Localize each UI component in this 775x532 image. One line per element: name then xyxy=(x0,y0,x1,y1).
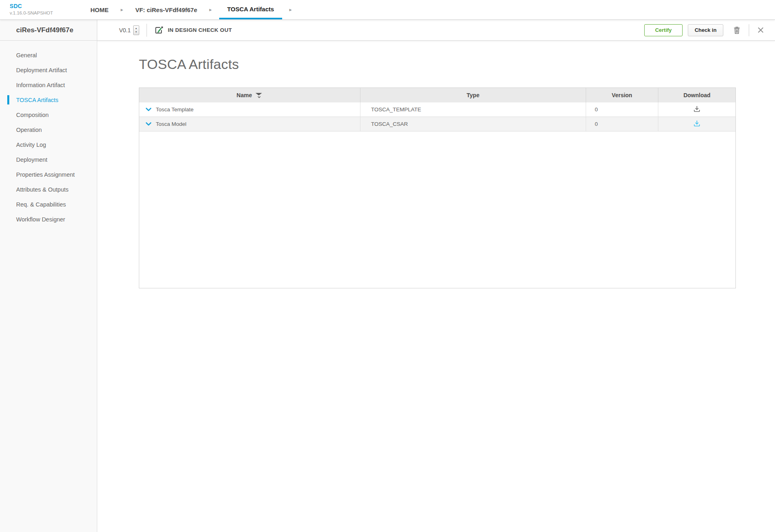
toolbar-divider xyxy=(147,24,147,37)
sidebar-item-label: Composition xyxy=(16,112,49,118)
active-indicator-bar xyxy=(7,95,9,104)
sdc-logo: SDC v.1.16.0-SNAPSHOT xyxy=(10,3,53,16)
table-header-row: Name Type Version Download xyxy=(139,88,735,102)
sidebar-item-tosca-artifacts[interactable]: TOSCA Artifacts xyxy=(0,92,97,107)
artifact-type-cell: TOSCA_TEMPLATE xyxy=(360,102,586,117)
toolbar-divider xyxy=(749,24,749,36)
sidebar-item-deployment[interactable]: Deployment xyxy=(0,152,97,167)
sidebar: ciRes-VFdf49f67e General Deployment Arti… xyxy=(0,20,97,532)
certify-button[interactable]: Certify xyxy=(644,24,683,36)
breadcrumb-arrow-icon: ▶ xyxy=(121,0,123,19)
column-header-type[interactable]: Type xyxy=(360,88,586,102)
artifact-type-cell: TOSCA_CSAR xyxy=(360,117,586,131)
sidebar-item-properties-assignment[interactable]: Properties Assignment xyxy=(0,167,97,182)
column-header-name[interactable]: Name xyxy=(139,88,360,102)
artifact-name-cell: Tosca Template xyxy=(139,102,360,117)
artifact-version-label: 0 xyxy=(595,121,598,127)
version-selector-spinner[interactable]: ▲ ▼ xyxy=(133,25,139,35)
sidebar-item-label: Workflow Designer xyxy=(16,216,65,223)
resource-name-title: ciRes-VFdf49f67e xyxy=(16,26,73,34)
column-header-label: Type xyxy=(467,92,480,98)
lifecycle-status-label: IN DESIGN CHECK OUT xyxy=(168,27,232,33)
sidebar-item-label: TOSCA Artifacts xyxy=(16,97,59,103)
sidebar-item-label: Attributes & Outputs xyxy=(16,186,69,193)
version-toolbar: V0.1 ▲ ▼ IN DESIGN CHECK OUT Certify Che… xyxy=(97,20,775,41)
page-title: TOSCA Artifacts xyxy=(139,56,775,72)
sidebar-item-label: Deployment Artifact xyxy=(16,67,67,73)
artifact-download-cell xyxy=(658,102,735,117)
table-row-tosca-model: Tosca Model TOSCA_CSAR 0 xyxy=(139,117,735,131)
artifact-type-label: TOSCA_CSAR xyxy=(371,121,408,127)
download-icon[interactable] xyxy=(693,120,701,128)
breadcrumb-tab-vf[interactable]: VF: ciRes-VFdf49f67e xyxy=(130,0,202,19)
sidebar-nav: General Deployment Artifact Information … xyxy=(0,41,97,227)
column-header-version[interactable]: Version xyxy=(586,88,659,102)
sidebar-item-workflow-designer[interactable]: Workflow Designer xyxy=(0,212,97,227)
sidebar-item-req-capabilities[interactable]: Req. & Capabilities xyxy=(0,197,97,212)
sidebar-item-attributes-outputs[interactable]: Attributes & Outputs xyxy=(0,182,97,197)
sidebar-item-composition[interactable]: Composition xyxy=(0,107,97,122)
breadcrumb-arrow-icon: ▶ xyxy=(209,0,212,19)
artifact-version-cell: 0 xyxy=(586,102,659,117)
sidebar-item-label: Operation xyxy=(16,127,42,133)
artifact-type-label: TOSCA_TEMPLATE xyxy=(371,106,421,113)
sort-filter-icon[interactable] xyxy=(255,92,263,98)
column-header-download[interactable]: Download xyxy=(658,88,735,102)
sidebar-item-information-artifact[interactable]: Information Artifact xyxy=(0,77,97,92)
artifact-version-cell: 0 xyxy=(586,117,659,131)
sidebar-item-label: Deployment xyxy=(16,156,47,163)
artifact-name-cell: Tosca Model xyxy=(139,117,360,131)
sidebar-item-label: Activity Log xyxy=(16,142,46,148)
breadcrumb-arrow-icon: ▶ xyxy=(289,0,292,19)
artifact-name-label: Tosca Model xyxy=(156,121,186,127)
sidebar-item-label: Req. & Capabilities xyxy=(16,201,66,208)
tosca-artifacts-table: Name Type Version Download xyxy=(139,88,736,288)
sidebar-header: ciRes-VFdf49f67e xyxy=(0,20,97,41)
close-x-icon[interactable] xyxy=(756,25,766,35)
main-content: TOSCA Artifacts Name Type Version xyxy=(97,41,775,288)
top-nav-bar: SDC v.1.16.0-SNAPSHOT HOME ▶ VF: ciRes-V… xyxy=(0,0,775,20)
delete-trash-icon[interactable] xyxy=(731,25,742,36)
column-header-label: Version xyxy=(612,92,633,98)
sidebar-item-operation[interactable]: Operation xyxy=(0,122,97,137)
sidebar-item-deployment-artifact[interactable]: Deployment Artifact xyxy=(0,63,97,77)
spinner-up-icon[interactable]: ▲ xyxy=(135,27,137,30)
breadcrumb-tab-tosca-artifacts[interactable]: TOSCA Artifacts xyxy=(219,0,282,19)
artifact-version-label: 0 xyxy=(595,106,598,113)
sidebar-item-label: Information Artifact xyxy=(16,82,65,88)
sidebar-item-label: General xyxy=(16,52,37,58)
breadcrumb-tab-home[interactable]: HOME xyxy=(86,0,113,19)
artifact-name-label: Tosca Template xyxy=(156,106,194,113)
expand-chevron-down-icon[interactable] xyxy=(146,122,151,126)
sidebar-item-activity-log[interactable]: Activity Log xyxy=(0,137,97,152)
sidebar-item-general[interactable]: General xyxy=(0,48,97,63)
checkout-edit-icon xyxy=(154,26,164,35)
sdc-logo-title: SDC xyxy=(10,3,53,10)
download-icon[interactable] xyxy=(693,105,701,114)
version-value: V0.1 xyxy=(119,27,131,33)
artifact-download-cell xyxy=(658,117,735,131)
column-header-label: Download xyxy=(683,92,710,98)
breadcrumb: HOME ▶ VF: ciRes-VFdf49f67e ▶ TOSCA Arti… xyxy=(86,0,299,19)
table-row-tosca-template: Tosca Template TOSCA_TEMPLATE 0 xyxy=(139,102,735,117)
expand-chevron-down-icon[interactable] xyxy=(146,108,151,111)
check-in-button[interactable]: Check in xyxy=(688,24,723,36)
column-header-label: Name xyxy=(237,92,252,98)
sdc-version-label: v.1.16.0-SNAPSHOT xyxy=(10,10,53,16)
sidebar-item-label: Properties Assignment xyxy=(16,171,75,178)
spinner-down-icon[interactable]: ▼ xyxy=(135,30,137,33)
